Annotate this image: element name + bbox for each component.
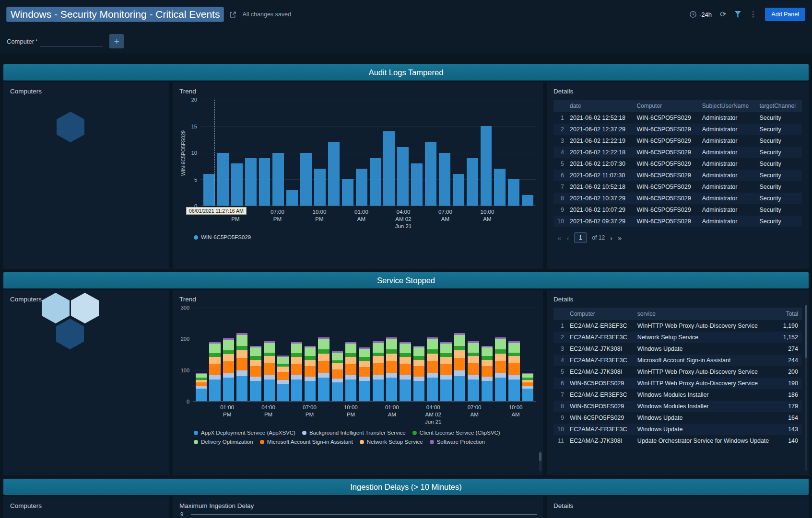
filter-icon[interactable]	[734, 11, 741, 18]
table-row[interactable]: 12021-06-02 12:52:18WIN-6C5PO5FS029Admin…	[553, 112, 802, 124]
column-header[interactable]	[553, 308, 566, 320]
current-page[interactable]: 1	[574, 232, 587, 243]
bar[interactable]	[318, 308, 329, 401]
table-row[interactable]: 5EC2AMAZ-J7K308IWinHTTP Web Proxy Auto-D…	[553, 366, 802, 378]
bar[interactable]	[217, 100, 229, 206]
dashboard-title-input[interactable]: Windows - Security Monitoring - Critical…	[7, 7, 224, 22]
bar[interactable]	[264, 308, 275, 401]
bar[interactable]	[328, 100, 340, 206]
legend-item[interactable]: Microsoft Account Sign-in Assistant	[260, 439, 353, 445]
table-scrollbar[interactable]	[805, 305, 807, 471]
bar[interactable]	[522, 308, 533, 401]
legend-item[interactable]: Client License Service (ClipSVC)	[412, 430, 500, 436]
bar[interactable]	[314, 100, 326, 206]
table-row[interactable]: 9WIN-6C5PO5FS029Windows Update164	[553, 412, 802, 424]
legend-item[interactable]: Delivery Optimization	[194, 439, 253, 445]
column-header[interactable]: Computer	[633, 100, 698, 112]
bar[interactable]	[332, 308, 343, 401]
scrollbar-thumb[interactable]	[805, 305, 807, 358]
bar[interactable]	[481, 100, 492, 206]
bar[interactable]	[383, 100, 395, 206]
table-row[interactable]: 92021-06-02 10:07:29WIN-6C5PO5FS029Admin…	[553, 204, 802, 216]
computer-hexagon[interactable]	[56, 319, 84, 349]
table-row[interactable]: 1EC2AMAZ-ER3EF3CWinHTTP Web Proxy Auto-D…	[553, 320, 802, 332]
table-row[interactable]: 11EC2AMAZ-J7K308IUpdate Orchestrator Ser…	[553, 435, 802, 447]
bar[interactable]	[467, 100, 478, 206]
column-header[interactable]: targetChannel	[756, 100, 802, 112]
bar[interactable]	[373, 308, 384, 401]
bar[interactable]	[494, 100, 506, 206]
table-row[interactable]: 42021-06-02 12:22:18WIN-6C5PO5FS029Admin…	[553, 147, 802, 158]
table-row[interactable]: 3EC2AMAZ-J7K308IWindows Update274	[553, 343, 802, 355]
bar[interactable]	[277, 308, 288, 401]
table-row[interactable]: 8WIN-6C5PO5FS029Windows Modules Installe…	[553, 401, 802, 412]
bar[interactable]	[209, 308, 220, 401]
scrollbar-thumb[interactable]	[539, 452, 541, 461]
bar[interactable]	[345, 308, 356, 401]
bar[interactable]	[223, 308, 234, 401]
table-row[interactable]: 2EC2AMAZ-ER3EF3CNetwork Setup Service1,1…	[553, 332, 802, 343]
bar[interactable]	[411, 100, 423, 206]
bar[interactable]	[196, 308, 207, 401]
table-row[interactable]: 102021-06-02 09:37:29WIN-6C5PO5FS029Admi…	[553, 216, 802, 227]
first-page-icon[interactable]: «	[557, 234, 561, 242]
last-page-icon[interactable]: »	[618, 234, 622, 242]
bar[interactable]	[370, 100, 381, 206]
bar[interactable]	[440, 308, 451, 401]
bar[interactable]	[400, 308, 411, 401]
bar[interactable]	[305, 308, 316, 401]
bar[interactable]	[508, 308, 519, 401]
next-page-icon[interactable]: ›	[610, 234, 612, 242]
bar[interactable]	[245, 100, 257, 206]
bar[interactable]	[300, 100, 312, 206]
table-row[interactable]: 72021-06-02 10:52:18WIN-6C5PO5FS029Admin…	[553, 181, 802, 193]
column-header[interactable]: service	[634, 308, 778, 320]
bar[interactable]	[291, 308, 302, 401]
bar[interactable]	[272, 100, 284, 206]
bar[interactable]	[236, 308, 247, 401]
bar[interactable]	[259, 100, 271, 206]
add-filter-button[interactable]: +	[109, 34, 124, 48]
bar[interactable]	[286, 100, 298, 206]
legend-item[interactable]: WIN-6C5PO5FS029	[194, 234, 251, 240]
legend-item[interactable]: Software Protection	[430, 439, 485, 445]
table-row[interactable]: 62021-06-02 11:07:30WIN-6C5PO5FS029Admin…	[553, 170, 802, 181]
bar[interactable]	[453, 100, 464, 206]
bar[interactable]	[482, 308, 493, 401]
computer-hexagon[interactable]	[57, 112, 84, 142]
column-header[interactable]: Total	[778, 308, 802, 320]
bar[interactable]	[425, 100, 436, 206]
bar[interactable]	[522, 100, 533, 206]
legend-item[interactable]: AppX Deployment Service (AppXSVC)	[194, 430, 295, 436]
table-row[interactable]: 7EC2AMAZ-ER3EF3CWindows Modules Installe…	[553, 389, 802, 401]
table-row[interactable]: 4EC2AMAZ-ER3EF3CMicrosoft Account Sign-i…	[553, 355, 802, 366]
bar[interactable]	[203, 100, 215, 206]
bar[interactable]	[495, 308, 506, 401]
bar[interactable]	[413, 308, 424, 401]
table-row[interactable]: 6WIN-6C5PO5FS029WinHTTP Web Proxy Auto-D…	[553, 378, 802, 389]
share-icon[interactable]	[229, 11, 236, 18]
bar[interactable]	[468, 308, 479, 401]
table-row[interactable]: 82021-06-02 10:37:29WIN-6C5PO5FS029Admin…	[553, 193, 802, 204]
bar[interactable]	[359, 308, 370, 401]
legend-item[interactable]: Network Setup Service	[360, 439, 423, 445]
kebab-menu-icon[interactable]: ⋮	[749, 11, 757, 18]
table-row[interactable]: 10EC2AMAZ-ER3EF3CWindows Update143	[553, 424, 802, 435]
bar[interactable]	[250, 308, 261, 401]
computer-filter-input[interactable]	[40, 36, 103, 46]
bar[interactable]	[508, 100, 519, 206]
bar[interactable]	[454, 308, 465, 401]
column-header[interactable]: SubjectUserName	[698, 100, 756, 112]
column-header[interactable]: Computer	[566, 308, 634, 320]
bar[interactable]	[439, 100, 450, 206]
legend-item[interactable]: Background Intelligent Transfer Service	[302, 430, 406, 436]
bar[interactable]	[356, 100, 367, 206]
bar[interactable]	[231, 100, 243, 206]
table-row[interactable]: 22021-06-02 12:37:29WIN-6C5PO5FS029Admin…	[553, 124, 802, 135]
table-row[interactable]: 52021-06-02 12:07:30WIN-6C5PO5FS029Admin…	[553, 158, 802, 170]
legend-scrollbar[interactable]	[539, 451, 541, 472]
time-range-button[interactable]: -24h	[689, 11, 712, 18]
column-header[interactable]	[553, 100, 566, 112]
column-header[interactable]: date	[566, 100, 633, 112]
prev-page-icon[interactable]: ‹	[566, 234, 569, 242]
